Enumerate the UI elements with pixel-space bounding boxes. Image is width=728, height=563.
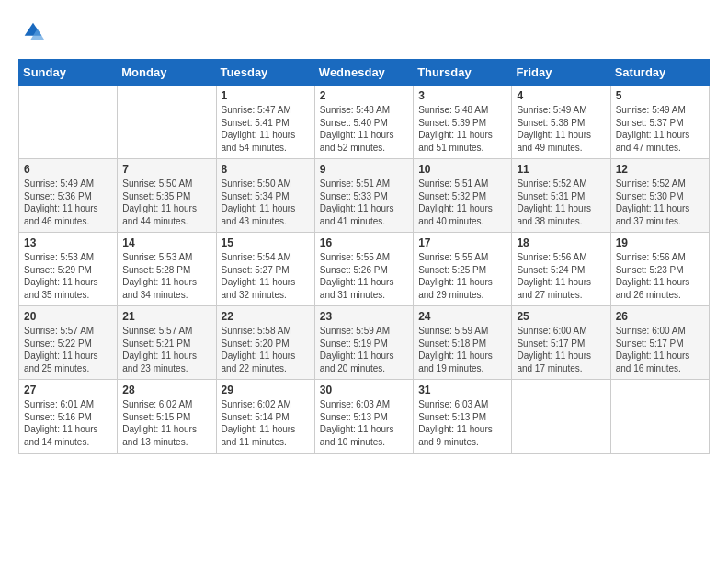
cell-content: Sunrise: 5:50 AMSunset: 5:34 PMDaylight:… xyxy=(222,178,310,227)
cell-content: Sunrise: 5:51 AMSunset: 5:33 PMDaylight:… xyxy=(320,178,408,227)
calendar-cell: 7Sunrise: 5:50 AMSunset: 5:35 PMDaylight… xyxy=(118,159,216,233)
header-tuesday: Tuesday xyxy=(216,60,314,86)
day-number: 19 xyxy=(616,236,704,249)
cell-content: Sunrise: 5:52 AMSunset: 5:31 PMDaylight:… xyxy=(517,178,605,227)
cell-content: Sunrise: 5:56 AMSunset: 5:23 PMDaylight:… xyxy=(616,251,704,301)
day-number: 22 xyxy=(222,310,310,323)
calendar-body: 1Sunrise: 5:47 AMSunset: 5:41 PMDaylight… xyxy=(19,86,710,454)
cell-content: Sunrise: 5:56 AMSunset: 5:24 PMDaylight:… xyxy=(517,251,605,301)
day-number: 10 xyxy=(418,163,506,176)
cell-content: Sunrise: 5:53 AMSunset: 5:29 PMDaylight:… xyxy=(24,251,112,301)
day-number: 9 xyxy=(320,163,408,176)
calendar-cell xyxy=(19,86,118,159)
calendar-cell: 22Sunrise: 5:58 AMSunset: 5:20 PMDayligh… xyxy=(216,306,314,380)
day-number: 5 xyxy=(616,89,704,102)
calendar-week-3: 13Sunrise: 5:53 AMSunset: 5:29 PMDayligh… xyxy=(19,233,710,306)
calendar-cell: 8Sunrise: 5:50 AMSunset: 5:34 PMDaylight… xyxy=(216,159,314,233)
calendar-cell: 3Sunrise: 5:48 AMSunset: 5:39 PMDaylight… xyxy=(414,86,512,159)
calendar-week-1: 1Sunrise: 5:47 AMSunset: 5:41 PMDaylight… xyxy=(19,86,710,159)
calendar-cell: 14Sunrise: 5:53 AMSunset: 5:28 PMDayligh… xyxy=(118,233,216,306)
day-number: 3 xyxy=(418,89,506,102)
calendar-cell: 5Sunrise: 5:49 AMSunset: 5:37 PMDaylight… xyxy=(610,86,709,159)
cell-content: Sunrise: 5:54 AMSunset: 5:27 PMDaylight:… xyxy=(222,251,310,301)
cell-content: Sunrise: 5:49 AMSunset: 5:38 PMDaylight:… xyxy=(517,104,605,154)
cell-content: Sunrise: 6:01 AMSunset: 5:16 PMDaylight:… xyxy=(24,398,112,448)
day-number: 28 xyxy=(122,384,210,396)
day-number: 30 xyxy=(320,384,408,396)
calendar-cell: 30Sunrise: 6:03 AMSunset: 5:13 PMDayligh… xyxy=(314,380,413,454)
cell-content: Sunrise: 5:48 AMSunset: 5:40 PMDaylight:… xyxy=(320,104,408,154)
cell-content: Sunrise: 5:59 AMSunset: 5:19 PMDaylight:… xyxy=(320,325,408,374)
calendar-cell: 23Sunrise: 5:59 AMSunset: 5:19 PMDayligh… xyxy=(314,306,413,380)
calendar-cell: 15Sunrise: 5:54 AMSunset: 5:27 PMDayligh… xyxy=(216,233,314,306)
calendar-header-row: SundayMondayTuesdayWednesdayThursdayFrid… xyxy=(19,60,710,86)
header-sunday: Sunday xyxy=(19,60,118,86)
day-number: 31 xyxy=(418,384,506,396)
day-number: 20 xyxy=(24,310,112,323)
calendar-cell: 19Sunrise: 5:56 AMSunset: 5:23 PMDayligh… xyxy=(610,233,709,306)
calendar-cell: 31Sunrise: 6:03 AMSunset: 5:13 PMDayligh… xyxy=(414,380,512,454)
day-number: 8 xyxy=(222,163,310,176)
calendar-cell: 12Sunrise: 5:52 AMSunset: 5:30 PMDayligh… xyxy=(610,159,709,233)
cell-content: Sunrise: 5:58 AMSunset: 5:20 PMDaylight:… xyxy=(222,325,310,374)
day-number: 14 xyxy=(122,236,210,249)
day-number: 7 xyxy=(122,163,210,176)
day-number: 12 xyxy=(616,163,704,176)
calendar-cell: 16Sunrise: 5:55 AMSunset: 5:26 PMDayligh… xyxy=(314,233,413,306)
day-number: 27 xyxy=(24,384,112,396)
cell-content: Sunrise: 5:57 AMSunset: 5:22 PMDaylight:… xyxy=(24,325,112,374)
calendar-cell: 26Sunrise: 6:00 AMSunset: 5:17 PMDayligh… xyxy=(610,306,709,380)
calendar-cell: 1Sunrise: 5:47 AMSunset: 5:41 PMDaylight… xyxy=(216,86,314,159)
day-number: 26 xyxy=(616,310,704,323)
day-number: 13 xyxy=(24,236,112,249)
header-friday: Friday xyxy=(512,60,610,86)
calendar-cell: 9Sunrise: 5:51 AMSunset: 5:33 PMDaylight… xyxy=(314,159,413,233)
calendar-cell: 13Sunrise: 5:53 AMSunset: 5:29 PMDayligh… xyxy=(19,233,118,306)
day-number: 25 xyxy=(517,310,605,323)
cell-content: Sunrise: 6:03 AMSunset: 5:13 PMDaylight:… xyxy=(320,398,408,448)
calendar-cell: 17Sunrise: 5:55 AMSunset: 5:25 PMDayligh… xyxy=(414,233,512,306)
day-number: 23 xyxy=(320,310,408,323)
header-saturday: Saturday xyxy=(610,60,709,86)
cell-content: Sunrise: 6:02 AMSunset: 5:14 PMDaylight:… xyxy=(222,398,310,448)
cell-content: Sunrise: 6:00 AMSunset: 5:17 PMDaylight:… xyxy=(517,325,605,374)
calendar-cell xyxy=(610,380,709,454)
cell-content: Sunrise: 5:52 AMSunset: 5:30 PMDaylight:… xyxy=(616,178,704,227)
cell-content: Sunrise: 5:57 AMSunset: 5:21 PMDaylight:… xyxy=(122,325,210,374)
calendar-cell xyxy=(118,86,216,159)
cell-content: Sunrise: 5:53 AMSunset: 5:28 PMDaylight:… xyxy=(122,251,210,301)
day-number: 29 xyxy=(222,384,310,396)
cell-content: Sunrise: 5:49 AMSunset: 5:36 PMDaylight:… xyxy=(24,178,112,227)
calendar-cell: 6Sunrise: 5:49 AMSunset: 5:36 PMDaylight… xyxy=(19,159,118,233)
cell-content: Sunrise: 5:51 AMSunset: 5:32 PMDaylight:… xyxy=(418,178,506,227)
calendar-cell: 29Sunrise: 6:02 AMSunset: 5:14 PMDayligh… xyxy=(216,380,314,454)
cell-content: Sunrise: 6:02 AMSunset: 5:15 PMDaylight:… xyxy=(122,398,210,448)
logo xyxy=(18,18,46,44)
cell-content: Sunrise: 5:59 AMSunset: 5:18 PMDaylight:… xyxy=(418,325,506,374)
day-number: 15 xyxy=(222,236,310,249)
day-number: 2 xyxy=(320,89,408,102)
calendar-week-5: 27Sunrise: 6:01 AMSunset: 5:16 PMDayligh… xyxy=(19,380,710,454)
cell-content: Sunrise: 5:55 AMSunset: 5:26 PMDaylight:… xyxy=(320,251,408,301)
calendar-cell: 21Sunrise: 5:57 AMSunset: 5:21 PMDayligh… xyxy=(118,306,216,380)
calendar-cell: 11Sunrise: 5:52 AMSunset: 5:31 PMDayligh… xyxy=(512,159,610,233)
calendar-cell: 18Sunrise: 5:56 AMSunset: 5:24 PMDayligh… xyxy=(512,233,610,306)
day-number: 18 xyxy=(517,236,605,249)
header-thursday: Thursday xyxy=(414,60,512,86)
calendar-cell: 24Sunrise: 5:59 AMSunset: 5:18 PMDayligh… xyxy=(414,306,512,380)
day-number: 11 xyxy=(517,163,605,176)
calendar-cell: 4Sunrise: 5:49 AMSunset: 5:38 PMDaylight… xyxy=(512,86,610,159)
calendar-table: SundayMondayTuesdayWednesdayThursdayFrid… xyxy=(18,59,710,454)
calendar-cell: 20Sunrise: 5:57 AMSunset: 5:22 PMDayligh… xyxy=(19,306,118,380)
day-number: 24 xyxy=(418,310,506,323)
day-number: 21 xyxy=(122,310,210,323)
cell-content: Sunrise: 5:47 AMSunset: 5:41 PMDaylight:… xyxy=(222,104,310,154)
day-number: 16 xyxy=(320,236,408,249)
header-wednesday: Wednesday xyxy=(314,60,413,86)
cell-content: Sunrise: 5:50 AMSunset: 5:35 PMDaylight:… xyxy=(122,178,210,227)
logo-icon xyxy=(20,18,46,44)
calendar-week-4: 20Sunrise: 5:57 AMSunset: 5:22 PMDayligh… xyxy=(19,306,710,380)
cell-content: Sunrise: 5:49 AMSunset: 5:37 PMDaylight:… xyxy=(616,104,704,154)
day-number: 6 xyxy=(24,163,112,176)
calendar-cell: 10Sunrise: 5:51 AMSunset: 5:32 PMDayligh… xyxy=(414,159,512,233)
